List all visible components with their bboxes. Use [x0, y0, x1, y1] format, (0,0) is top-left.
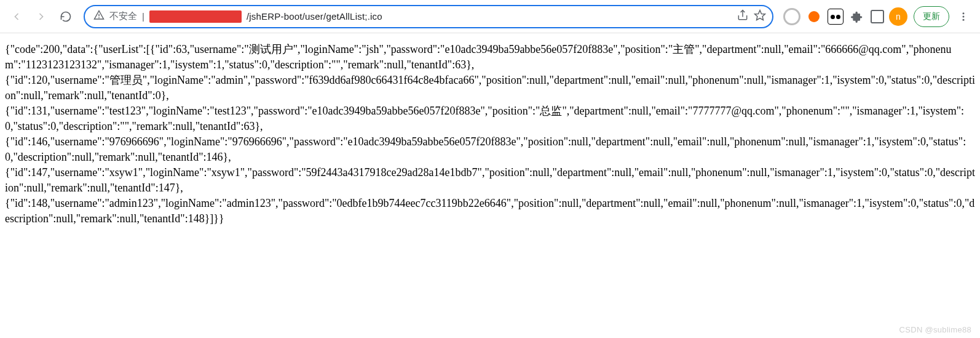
not-secure-icon	[93, 10, 105, 23]
share-icon[interactable]	[737, 9, 749, 23]
watermark: CSDN @sublime88	[899, 325, 971, 334]
extension-icon-2[interactable]	[805, 8, 823, 25]
extensions-menu-icon[interactable]	[848, 8, 866, 25]
extension-icon-3[interactable]	[828, 9, 844, 25]
chrome-menu-icon[interactable]	[953, 11, 974, 22]
bookmark-icon[interactable]	[754, 9, 766, 23]
svg-point-4	[963, 15, 965, 17]
svg-marker-2	[755, 10, 765, 20]
extension-icon-1[interactable]	[783, 8, 800, 25]
forward-button[interactable]	[31, 6, 52, 27]
not-secure-label: 不安全	[109, 10, 137, 22]
avatar-letter: n	[896, 12, 901, 22]
reload-button[interactable]	[55, 6, 76, 27]
response-body: {"code":200,"data":{"userList":[{"id":63…	[0, 33, 980, 227]
update-label: 更新	[923, 11, 940, 22]
svg-rect-1	[98, 17, 100, 18]
extension-icon-4[interactable]	[871, 10, 884, 23]
back-button[interactable]	[6, 6, 27, 27]
profile-avatar[interactable]: n	[889, 7, 907, 26]
url-path: /jshERP-boot/user/getAllList;.ico	[247, 11, 732, 22]
browser-toolbar: 不安全 | /jshERP-boot/user/getAllList;.ico …	[0, 0, 980, 33]
svg-rect-0	[98, 14, 100, 17]
redacted-host	[149, 10, 242, 23]
extensions-row: n	[781, 7, 910, 26]
svg-point-5	[963, 18, 965, 20]
svg-point-3	[963, 12, 965, 14]
update-button[interactable]: 更新	[914, 6, 949, 27]
address-bar[interactable]: 不安全 | /jshERP-boot/user/getAllList;.ico	[84, 5, 773, 28]
